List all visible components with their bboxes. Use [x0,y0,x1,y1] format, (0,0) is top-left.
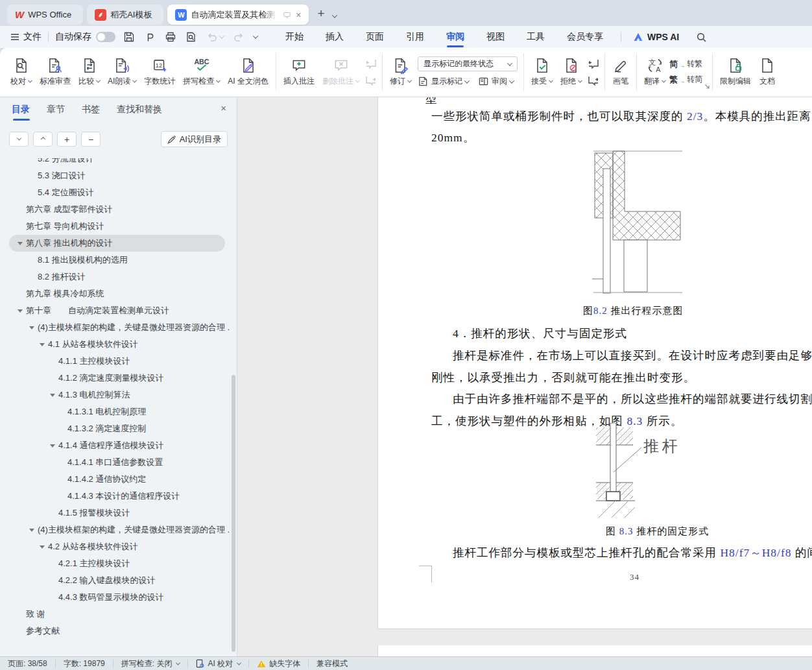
toc-item[interactable]: 4.1.2 滴定速度测量模块设计 [0,370,230,387]
sidebar-tab[interactable]: 目录 [12,104,30,121]
document-canvas[interactable]: 型 一些形状简单或桶形制件时，也可以取其深度的 2/3。本模具的推出距离为 20… [237,97,812,656]
collapse-arrow-icon[interactable] [40,545,45,549]
toc-item[interactable]: 5.3 浇口设计 [0,167,230,184]
accept-change-button[interactable]: 接受 [527,56,556,88]
ai-proofread-status[interactable]: AI 校对 [196,658,241,669]
new-tab-button[interactable]: + [317,6,324,21]
toc-item[interactable]: 4.2.1 主控模块设计 [0,555,230,572]
delete-comment-button[interactable]: 删除批注 [318,56,363,88]
toc-item[interactable]: 4.4.3 数码管显示模块的设计 [0,589,230,606]
spell-check-button[interactable]: ABC 拼写检查 [179,56,224,88]
expand-all-button[interactable] [9,132,29,147]
zoom-in-toc-button[interactable]: + [57,132,77,147]
insert-comment-button[interactable]: 插入批注 [280,56,318,88]
toc-item[interactable]: 4.1.3 电机控制算法 [0,387,230,403]
print-preview-icon[interactable] [185,31,197,43]
proofread-button[interactable]: 校对 [6,56,36,88]
toc-item[interactable]: 第八章 推出机构的设计 [0,235,230,252]
previous-change-icon[interactable] [587,58,600,69]
group-expand-icon[interactable] [704,84,710,90]
toc-item[interactable]: 4.2 从站各模块软件设计 [0,538,230,555]
collapse-arrow-icon[interactable] [29,529,34,532]
ai-polish-button[interactable]: AI 全文润色 [224,56,272,88]
redo-icon[interactable] [233,32,245,42]
tab-list-chevron-icon[interactable] [331,12,337,18]
toc-item[interactable]: 4.1.4.2 通信协议约定 [0,471,230,488]
word-count-button[interactable]: 12 字数统计 [140,56,179,88]
search-icon[interactable] [696,32,707,43]
toc-item[interactable]: 第七章 导向机构设计 [0,218,230,235]
traditional-to-simplified-button[interactable]: 繁→ 转简 [669,74,702,86]
close-sidebar-icon[interactable]: × [221,102,226,117]
save-icon[interactable] [123,31,135,43]
next-page-top[interactable] [377,645,812,656]
collapse-all-button[interactable] [33,132,53,147]
toc-item[interactable]: 4.1.3.1 电机控制原理 [0,403,230,420]
toc-item[interactable]: 4.1.4.3 本设计的通信程序设计 [0,488,230,505]
toc-item[interactable]: 参考文献 [0,623,230,640]
qat-more-chevron-icon[interactable] [253,33,258,38]
toc-item[interactable]: 4.1.5 报警模块设计 [0,505,230,521]
print-icon[interactable] [165,31,176,43]
ai-recognize-toc-button[interactable]: AI识别目录 [161,131,228,147]
menu-tab[interactable]: 会员专享 [556,26,614,48]
menu-tab[interactable]: 插入 [315,26,355,48]
undo-icon[interactable] [206,32,218,42]
sidebar-tab[interactable]: 书签 [82,104,100,121]
menu-tab[interactable]: 开始 [274,26,315,48]
toc-item[interactable]: 第九章 模具冷却系统 [0,285,230,302]
toc-item[interactable]: 8.2 推杆设计 [0,269,230,285]
wps-ai-button[interactable]: WPS AI [633,32,679,42]
toc-item[interactable]: 4.1.3.2 滴定速度控制 [0,420,230,437]
collapse-arrow-icon[interactable] [40,343,45,346]
menu-tab[interactable]: 工具 [516,26,556,48]
toc-item[interactable]: 致 谢 [0,606,230,623]
ai-read-aloud-button[interactable]: AI朗读 [104,56,140,88]
spellcheck-status[interactable]: 拼写检查: 关闭 [121,658,180,669]
export-pdf-icon[interactable] [144,31,156,43]
document-page[interactable]: 型 一些形状简单或桶形制件时，也可以取其深度的 2/3。本模具的推出距离为 20… [377,97,812,629]
next-change-icon[interactable] [587,75,600,86]
toc-item[interactable]: 4.1 从站各模块软件设计 [0,336,230,353]
collapse-arrow-icon[interactable] [29,326,34,329]
toc-item[interactable]: 4.1.4 通信程序通信模块设计 [0,437,230,454]
collapse-arrow-icon[interactable] [50,394,55,397]
compare-button[interactable]: 比较 [75,56,104,88]
toc-item[interactable]: 4.1.1 主控模块设计 [0,353,230,370]
toc-item[interactable]: 4.2.2 输入键盘模块的设计 [0,572,230,589]
sidebar-scrollbar[interactable] [232,375,235,652]
simplified-to-traditional-button[interactable]: 简→ 转繁 [669,58,702,70]
previous-comment-icon[interactable] [364,58,377,69]
toc-item[interactable]: 5.2 分流道设计 [0,158,230,167]
collapse-arrow-icon[interactable] [18,309,23,313]
reject-change-button[interactable]: 拒绝 [556,56,586,88]
translate-button[interactable]: 文A 翻译 [640,56,669,88]
sidebar-tab[interactable]: 章节 [47,104,65,121]
autosave-control[interactable]: 自动保存 [55,31,115,43]
reviewing-pane-button[interactable]: 审阅 [478,76,514,87]
autosave-toggle[interactable] [96,32,115,42]
missing-font-warning[interactable]: 缺失字体 [257,658,300,669]
menu-tab[interactable]: 审阅 [435,26,475,48]
toc-item[interactable]: 第六章 成型零部件设计 [0,201,230,218]
close-tab-icon[interactable]: × [296,10,301,20]
file-menu-button[interactable]: 文件 [10,31,42,43]
toc-item[interactable]: (4)主模块框架的构建，关键是微处理器资源的合理 ... [0,319,230,336]
tab-wps-office[interactable]: W WPS Office [7,5,83,25]
collapse-arrow-icon[interactable] [50,444,55,448]
restrict-editing-button[interactable]: 限制编辑 [716,56,755,88]
word-count-indicator[interactable]: 字数: 19879 [64,658,105,669]
ink-brush-button[interactable]: 画笔 [608,56,633,88]
menu-tab[interactable]: 页面 [355,26,395,48]
toc-item[interactable]: (4)主模块框架的构建，关键是微处理器资源的合理 ... [0,521,230,538]
zoom-out-toc-button[interactable]: − [81,132,101,147]
standard-review-button[interactable]: 标准审查 [36,56,75,88]
undo-chevron-icon[interactable] [219,33,224,38]
next-comment-icon[interactable] [364,75,377,86]
toc-item[interactable]: 4.1.4.1 串口通信参数设置 [0,454,230,471]
show-markup-button[interactable]: 显示标记 [418,76,469,87]
menu-tab[interactable]: 视图 [475,26,516,48]
page-indicator[interactable]: 页面: 38/58 [8,658,47,669]
document-permission-button[interactable]: 文档 [755,56,780,88]
menu-tab[interactable]: 引用 [395,26,435,48]
